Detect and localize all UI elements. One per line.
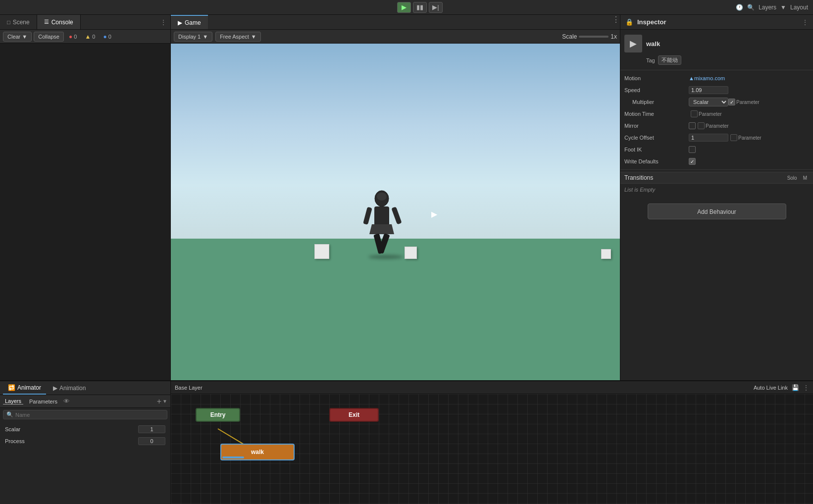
mirror-checkbox[interactable] <box>689 122 696 129</box>
svg-point-1 <box>377 193 387 201</box>
divider-1 <box>620 70 813 70</box>
tab-menu-btn[interactable]: ⋮ <box>156 15 170 29</box>
mirror-label: Mirror <box>624 123 689 129</box>
add-behaviour-button[interactable]: Add Behaviour <box>648 203 786 219</box>
multiplier-select[interactable]: Scalar <box>689 98 728 106</box>
pause-button[interactable]: ▮▮ <box>413 2 427 13</box>
graph-dots-btn[interactable]: ⋮ <box>803 384 809 391</box>
character-figure <box>359 190 404 259</box>
svg-rect-6 <box>363 207 372 225</box>
graph-menu-btn[interactable]: 💾 <box>792 384 799 391</box>
motion-time-checkbox[interactable] <box>691 110 698 117</box>
param-name-process: Process <box>5 438 138 444</box>
console-toolbar: Clear ▼ Collapse ● 0 ▲ 0 ● 0 <box>0 30 170 44</box>
tab-layers[interactable]: Layers <box>3 398 23 404</box>
top-bar: ▶ ▮▮ ▶| 🕐 🔍 Layers ▼ Layout <box>0 0 813 15</box>
multiplier-param-checkbox[interactable]: ✓ <box>728 99 735 105</box>
game-tab-menu[interactable]: ⋮ <box>612 15 620 29</box>
auto-live-link[interactable]: Auto Live Link <box>754 385 788 391</box>
motion-time-label: Motion Time <box>624 111 689 117</box>
cursor-arrow: ▶ <box>431 209 437 219</box>
clear-dropdown-icon[interactable]: ▼ <box>22 34 27 40</box>
play-button[interactable]: ▶ <box>397 2 411 13</box>
multiplier-param-label: Parameter <box>736 100 760 105</box>
asset-header: ▶ walk <box>620 33 813 54</box>
display-dropdown[interactable]: Display 1 ▼ <box>174 32 212 42</box>
tab-animation[interactable]: ▶ Animation <box>48 381 91 395</box>
layers-dropdown-icon[interactable]: ▼ <box>780 4 786 11</box>
motion-value[interactable]: ▲mixamo.com <box>689 75 809 81</box>
motion-label: Motion <box>624 75 689 81</box>
game-toolbar: Display 1 ▼ Free Aspect ▼ Scale 1x <box>171 30 620 44</box>
error-count: ● 0 <box>66 33 80 40</box>
svg-rect-7 <box>391 206 402 224</box>
search-icon[interactable]: 🔍 <box>747 4 755 11</box>
warn-count: ▲ 0 <box>82 33 98 40</box>
search-input[interactable] <box>15 412 75 418</box>
transitions-label: Transitions <box>624 174 785 181</box>
animation-icon: ▶ <box>53 385 57 392</box>
param-item-scalar: Scalar <box>0 423 170 435</box>
layer-params-bar: Layers Parameters 👁 +▼ <box>0 395 170 408</box>
solo-mute-area: Solo M <box>785 175 809 181</box>
param-list: Scalar Process <box>0 421 170 449</box>
playback-controls: ▶ ▮▮ ▶| <box>397 2 443 13</box>
foot-ik-checkbox[interactable] <box>689 146 696 153</box>
clear-button[interactable]: Clear ▼ <box>3 32 32 42</box>
eye-icon[interactable]: 👁 <box>63 398 70 405</box>
scale-value: 1x <box>610 33 617 40</box>
step-button[interactable]: ▶| <box>429 2 443 13</box>
game-area: ▶ Game ⋮ Display 1 ▼ Free Aspect ▼ Scale… <box>171 15 620 380</box>
history-icon: 🕐 <box>736 4 743 11</box>
scale-slider[interactable] <box>579 36 609 38</box>
state-exit[interactable]: Exit <box>329 408 379 422</box>
speed-value[interactable]: 1.09 <box>689 86 728 94</box>
param-value-process[interactable] <box>138 437 165 445</box>
animator-tab-bar: 🔁 Animator ▶ Animation <box>0 381 170 395</box>
aspect-dropdown[interactable]: Free Aspect ▼ <box>215 32 261 42</box>
layout-label[interactable]: Layout <box>790 4 808 11</box>
inspector-title: Inspector <box>637 18 666 26</box>
search-box: 🔍 <box>3 410 167 419</box>
tag-value[interactable]: 不能动 <box>658 55 681 65</box>
tab-console[interactable]: ☰ Console <box>37 15 81 29</box>
scene-icon: □ <box>7 19 10 25</box>
speed-row: Speed 1.09 <box>620 84 813 96</box>
motion-time-param-label: Parameter <box>699 111 722 117</box>
lock-icon[interactable]: 🔒 <box>625 18 633 26</box>
tab-parameters[interactable]: Parameters <box>27 399 59 404</box>
display-dropdown-icon: ▼ <box>203 34 208 40</box>
foot-ik-label: Foot IK <box>624 147 689 152</box>
motion-time-row: Motion Time Parameter <box>620 108 813 120</box>
graph-canvas: Entry Exit walk <box>171 394 813 504</box>
animator-icon: 🔁 <box>8 384 15 391</box>
solo-label: Solo <box>785 175 799 181</box>
speed-label: Speed <box>624 87 689 93</box>
motion-row: Motion ▲mixamo.com <box>620 72 813 84</box>
info-count: ● 0 <box>100 33 114 40</box>
state-walk[interactable]: walk <box>220 444 295 460</box>
graph-toolbar: Base Layer Auto Live Link 💾 ⋮ <box>171 381 813 394</box>
mirror-row: Mirror Parameter <box>620 120 813 132</box>
state-entry[interactable]: Entry <box>196 408 240 422</box>
layers-label[interactable]: Layers <box>759 4 776 11</box>
param-value-scalar[interactable] <box>138 425 165 433</box>
cycle-offset-param-checkbox[interactable] <box>730 134 737 141</box>
tab-game[interactable]: ▶ Game <box>171 15 208 29</box>
cycle-offset-value[interactable]: 1 <box>689 134 728 142</box>
collapse-button[interactable]: Collapse <box>34 32 64 42</box>
multiplier-row: Multiplier Scalar ✓ Parameter <box>620 96 813 108</box>
mirror-param-label: Parameter <box>706 123 729 129</box>
tab-animator[interactable]: 🔁 Animator <box>3 381 46 395</box>
right-panel: 🔒 Inspector ⋮ ▶ walk Tag 不能动 Motion ▲mix… <box>620 15 813 380</box>
walk-progress-bar <box>222 456 244 458</box>
write-defaults-checkbox[interactable]: ✓ <box>689 158 696 165</box>
add-param-button[interactable]: +▼ <box>157 397 167 406</box>
foot-ik-row: Foot IK <box>620 144 813 155</box>
top-bar-right: 🕐 🔍 Layers ▼ Layout <box>736 4 808 11</box>
left-panel: □ Scene ☰ Console ⋮ Clear ▼ Collapse ● 0 <box>0 15 171 380</box>
tab-scene[interactable]: □ Scene <box>0 15 37 29</box>
param-name-scalar: Scalar <box>5 426 138 432</box>
inspector-menu[interactable]: ⋮ <box>802 19 808 26</box>
mirror-param-checkbox[interactable] <box>698 122 705 129</box>
